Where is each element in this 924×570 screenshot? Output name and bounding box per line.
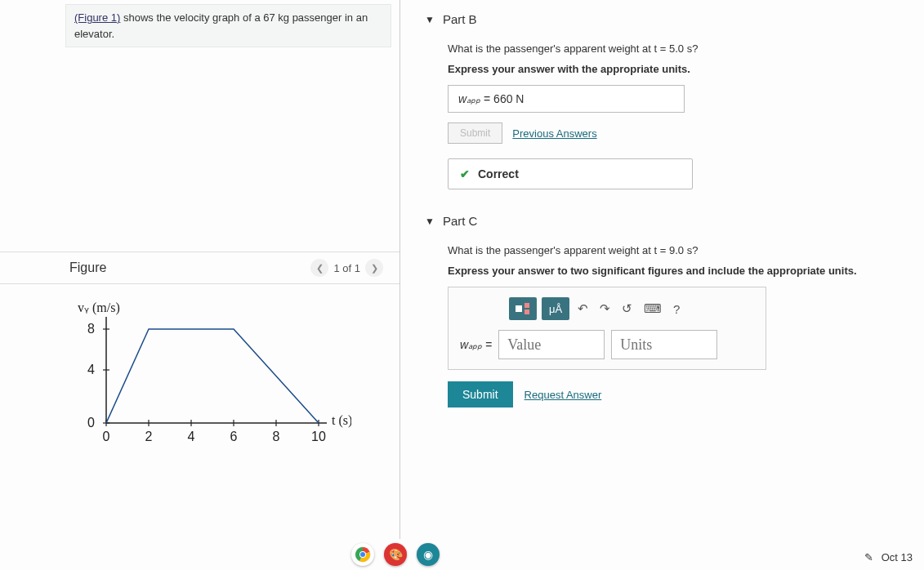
clock-date: Oct 13 [882, 551, 913, 563]
chrome-icon[interactable] [351, 543, 374, 566]
pen-icon[interactable]: ✎ [864, 551, 873, 563]
part-b-answer-display: wₐₚₚ = 660 N [448, 85, 685, 113]
part-c-units-input[interactable] [611, 330, 717, 359]
part-c-answer-panel: μÅ ↶ ↷ ↺ ⌨ ? wₐₚₚ = [448, 287, 766, 370]
part-b: ▼ Part B What is the passenger's apparen… [425, 12, 924, 189]
svg-text:10: 10 [311, 430, 326, 443]
svg-text:2: 2 [145, 430, 153, 443]
undo-icon[interactable]: ↶ [574, 301, 591, 316]
chart-ylabel: vᵧ (m/s) [78, 301, 120, 315]
part-c-value-input[interactable] [498, 330, 605, 359]
svg-point-26 [360, 552, 365, 557]
help-button[interactable]: ? [670, 302, 683, 316]
svg-rect-22 [524, 309, 529, 314]
figure-next-button[interactable]: ❯ [365, 259, 383, 277]
svg-rect-21 [524, 303, 529, 308]
svg-rect-20 [516, 305, 522, 312]
part-b-var: wₐₚₚ [458, 92, 480, 105]
part-b-toggle[interactable]: ▼ [425, 14, 435, 25]
part-c-toggle[interactable]: ▼ [425, 216, 435, 227]
part-c-hint: Express your answer to two significant f… [448, 265, 924, 277]
template-tool-button[interactable] [509, 297, 537, 320]
part-b-hint: Express your answer with the appropriate… [448, 63, 924, 75]
app-icon-2[interactable]: 🎨 [384, 543, 407, 566]
svg-text:8: 8 [87, 322, 95, 336]
svg-text:4: 4 [87, 363, 95, 376]
problem-statement: (Figure 1) shows the velocity graph of a… [65, 4, 391, 47]
figure-link[interactable]: (Figure 1) [74, 11, 120, 24]
svg-text:8: 8 [273, 430, 280, 443]
chart-line [106, 329, 319, 423]
figure-plot: vᵧ (m/s) 0 4 8 0 2 4 [0, 284, 400, 539]
part-c-request-answer-link[interactable]: Request Answer [524, 389, 602, 401]
svg-text:0: 0 [103, 430, 110, 443]
part-c-title: Part C [443, 214, 478, 228]
part-c-question: What is the passenger's apparent weight … [448, 244, 924, 256]
svg-text:4: 4 [188, 430, 195, 443]
svg-text:6: 6 [230, 430, 238, 443]
part-b-correct-feedback: ✔ Correct [448, 158, 693, 189]
units-tool-button[interactable]: μÅ [542, 297, 569, 320]
keyboard-icon[interactable]: ⌨ [641, 301, 665, 316]
redo-icon[interactable]: ↷ [596, 301, 614, 316]
part-b-submit-button: Submit [448, 122, 502, 144]
correct-label: Correct [478, 167, 519, 180]
part-b-title: Part B [443, 12, 477, 26]
part-b-question: What is the passenger's apparent weight … [448, 42, 924, 55]
figure-prev-button[interactable]: ❮ [310, 259, 328, 277]
app-icon-3[interactable]: ◉ [417, 543, 440, 566]
chart-xlabel: t (s) [332, 413, 351, 428]
part-b-previous-answers-link[interactable]: Previous Answers [512, 127, 596, 140]
part-c: ▼ Part C What is the passenger's apparen… [425, 214, 924, 407]
part-c-submit-button[interactable]: Submit [448, 381, 513, 407]
figure-nav-count: 1 of 1 [333, 262, 360, 274]
part-c-var-label: wₐₚₚ = [460, 338, 492, 351]
reset-icon[interactable]: ↺ [618, 301, 636, 316]
taskbar: 🎨 ◉ [0, 539, 924, 570]
svg-text:0: 0 [87, 416, 95, 430]
figure-title: Figure [69, 261, 106, 275]
part-b-value: 660 N [493, 92, 524, 105]
check-icon: ✔ [460, 167, 470, 180]
